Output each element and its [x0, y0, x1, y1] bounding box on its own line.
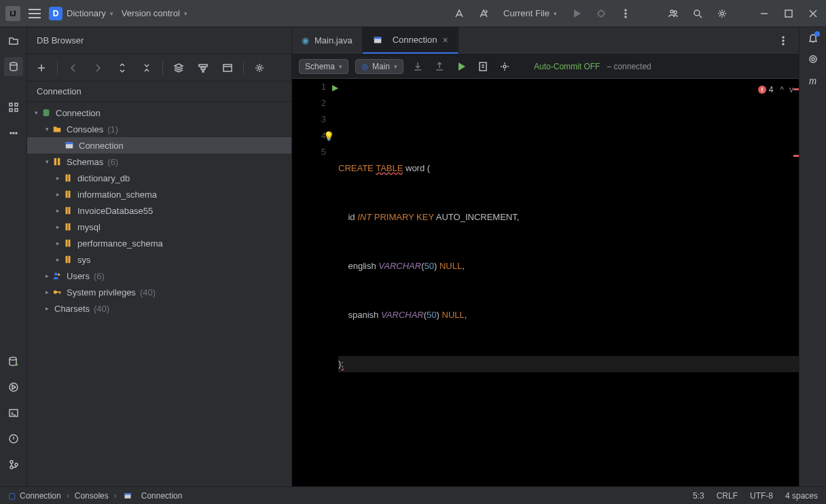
tree-schema-item[interactable]: ▸performance_schema — [27, 235, 291, 251]
tree-connection-root[interactable]: ▾ Connection — [27, 105, 291, 121]
svg-rect-36 — [66, 191, 68, 198]
main-menu-icon[interactable] — [29, 9, 41, 18]
svg-rect-31 — [66, 143, 73, 145]
search-icon[interactable] — [690, 6, 705, 21]
panel-subtab[interactable]: Connection — [27, 82, 291, 102]
objects-icon[interactable] — [171, 60, 186, 75]
tree-schema-item[interactable]: ▸sys — [27, 251, 291, 268]
cursor-position[interactable]: 5:3 — [693, 491, 704, 501]
terminal-icon[interactable] — [4, 403, 23, 422]
tree-schema-item[interactable]: ▸information_schema — [27, 186, 291, 202]
debug-icon[interactable] — [594, 6, 609, 21]
run-icon[interactable] — [569, 6, 584, 21]
meet-tool-icon[interactable]: m — [809, 75, 817, 87]
rebuild-icon[interactable] — [476, 6, 491, 21]
close-icon[interactable] — [806, 6, 821, 21]
svg-point-6 — [694, 10, 700, 16]
project-badge-icon: D — [49, 7, 62, 20]
svg-point-2 — [625, 13, 626, 14]
minimize-icon[interactable] — [757, 6, 772, 21]
svg-rect-42 — [66, 240, 68, 247]
tree-schema-item[interactable]: ▸mysql — [27, 219, 291, 235]
tree-schema-item[interactable]: ▸dictionary_db — [27, 170, 291, 186]
run-tool-icon[interactable] — [4, 378, 23, 397]
tree-charsets[interactable]: ▸ Charsets (40) — [27, 300, 291, 317]
view-icon[interactable] — [220, 60, 235, 75]
auto-commit-status: Auto-Commit OFF — [534, 62, 600, 71]
export-icon[interactable] — [432, 59, 447, 74]
collab-icon[interactable] — [666, 6, 681, 21]
chevron-down-icon: ▾ — [110, 10, 113, 17]
project-selector[interactable]: D Dictionary ▾ — [49, 7, 113, 20]
breadcrumb-item[interactable]: Connection — [122, 490, 183, 501]
svg-rect-33 — [58, 158, 60, 166]
svg-point-57 — [503, 65, 506, 68]
build-icon[interactable] — [452, 6, 467, 21]
collapse-icon[interactable] — [139, 60, 154, 75]
app-icon: IJ — [5, 6, 20, 21]
users-icon — [52, 270, 62, 281]
settings-icon[interactable] — [715, 6, 730, 21]
ai-tool-icon[interactable] — [808, 54, 819, 67]
schema-icon — [62, 221, 73, 232]
tree-schema-item[interactable]: ▸InvoiceDatabase55 — [27, 202, 291, 219]
settings-icon[interactable] — [252, 60, 267, 75]
key-icon — [52, 287, 62, 298]
schema-icon — [62, 238, 73, 249]
svg-point-9 — [10, 62, 17, 65]
git-icon[interactable] — [4, 455, 23, 474]
main-selector[interactable]: ◎ Main ▾ — [355, 59, 403, 74]
breadcrumb-item[interactable]: Consoles — [75, 491, 109, 501]
tree-console-item[interactable]: Connection — [27, 137, 291, 154]
code-editor[interactable]: ▶ 💡 1 2 3 4 5 ! 4 ^ v CREATE TABLE word … — [292, 79, 799, 486]
database-icon[interactable] — [4, 352, 23, 371]
db-browser-tool-icon[interactable] — [4, 57, 23, 76]
svg-point-21 — [10, 461, 13, 463]
breadcrumb-item[interactable]: ▢ Connection — [8, 491, 61, 501]
filter-icon[interactable] — [196, 60, 211, 75]
vcs-menu[interactable]: Version control ▾ — [122, 8, 187, 18]
tab-connection[interactable]: Connection × — [363, 27, 459, 54]
more-tool-icon[interactable] — [4, 124, 23, 143]
svg-rect-27 — [223, 65, 232, 71]
more-tab-icon[interactable] — [776, 33, 791, 48]
svg-point-14 — [10, 132, 12, 134]
indent[interactable]: 4 spaces — [785, 491, 818, 501]
svg-point-22 — [10, 466, 13, 469]
settings-icon[interactable] — [497, 59, 512, 74]
tree-users[interactable]: ▸ Users (6) — [27, 268, 291, 284]
svg-rect-13 — [15, 109, 18, 111]
project-tool-icon[interactable] — [4, 31, 23, 50]
console-icon — [122, 490, 133, 501]
execute-icon[interactable] — [454, 59, 469, 74]
notifications-icon[interactable] — [808, 33, 819, 46]
import-icon[interactable] — [410, 59, 425, 74]
explain-icon[interactable] — [475, 59, 490, 74]
maximize-icon[interactable] — [781, 6, 796, 21]
structure-tool-icon[interactable] — [4, 98, 23, 117]
error-indicator[interactable]: ! 4 ^ v — [758, 82, 793, 98]
encoding[interactable]: UTF-8 — [750, 491, 773, 501]
tab-main-java[interactable]: ◉ Main.java — [292, 27, 363, 54]
add-icon[interactable] — [34, 60, 49, 75]
forward-icon[interactable] — [90, 60, 105, 75]
svg-rect-40 — [66, 223, 68, 231]
svg-point-58 — [810, 56, 816, 62]
svg-rect-11 — [15, 103, 18, 106]
svg-rect-44 — [66, 256, 68, 264]
close-tab-icon[interactable]: × — [442, 35, 448, 46]
line-ending[interactable]: CRLF — [717, 491, 738, 501]
run-config-selector[interactable]: Current File ▾ — [503, 8, 557, 18]
expand-icon[interactable] — [115, 60, 130, 75]
more-icon[interactable] — [618, 6, 633, 21]
problems-icon[interactable] — [4, 429, 23, 448]
tree-schemas[interactable]: ▾ Schemas (6) — [27, 154, 291, 170]
back-icon[interactable] — [66, 60, 81, 75]
tree-consoles[interactable]: ▾ Consoles (1) — [27, 121, 291, 137]
svg-rect-8 — [785, 10, 792, 17]
svg-point-55 — [783, 43, 784, 45]
schema-selector[interactable]: Schema ▾ — [299, 59, 348, 74]
tree-sys-privileges[interactable]: ▸ System privileges (40) — [27, 284, 291, 300]
schema-group-icon — [52, 156, 62, 167]
svg-point-3 — [625, 16, 626, 18]
